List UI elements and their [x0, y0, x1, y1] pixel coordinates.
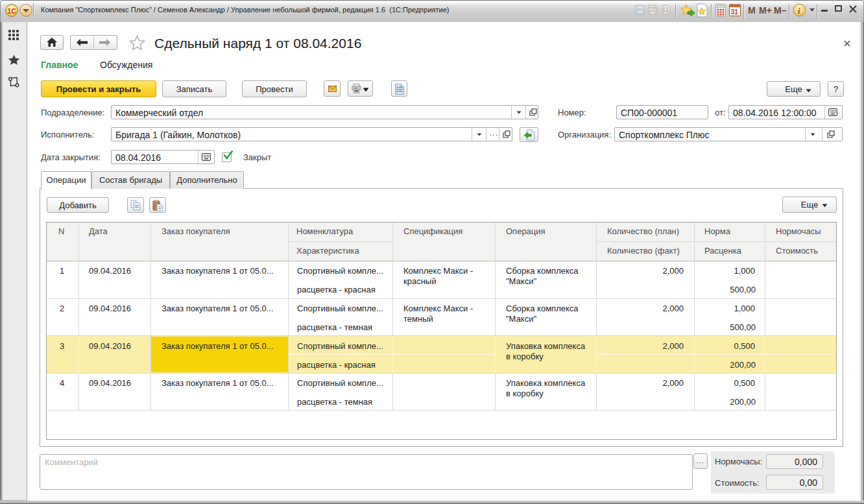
svg-text:i: i — [798, 6, 800, 16]
svg-text:31: 31 — [731, 8, 739, 16]
svg-text:1С: 1С — [7, 7, 16, 15]
